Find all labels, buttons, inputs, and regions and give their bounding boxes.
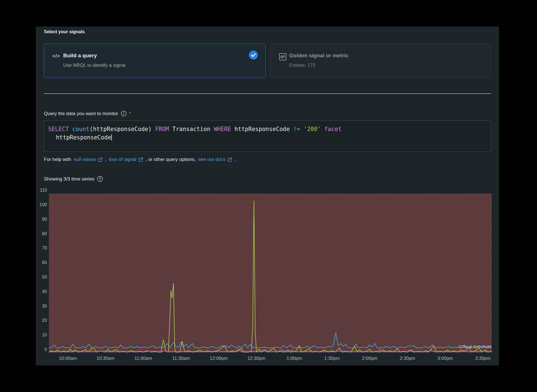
query-token: count [72,126,90,132]
y-axis-tick-label: 100 [39,202,47,207]
query-token: Transaction [169,126,214,132]
x-axis-tick-label: 10:30am [96,356,114,361]
query-token: WHERE [214,126,231,132]
y-axis-tick-label: 70 [42,246,47,250]
card-golden-signal-or-metric[interactable]: Golden signal or metric Entities: 173 [270,44,491,78]
query-label-row: Query the data you want to monitor * [44,111,131,117]
critical-threshold-label: Critical threshold [459,344,491,349]
query-token: '200' [303,126,321,132]
y-axis-tick-label: 30 [42,304,47,308]
x-axis-tick-label: 2:00pm [362,356,377,361]
query-token: httpResponseCode [56,134,111,141]
y-axis-tick-label: 50 [42,275,47,279]
external-link-icon [98,157,103,162]
null-values-link[interactable]: null values [74,157,103,162]
y-axis-tick-label: 80 [42,231,47,236]
selected-check-icon [249,51,258,60]
loss-of-signal-link[interactable]: loss of signal [109,157,143,162]
external-link-icon [138,157,143,162]
query-help-text: For help with null values , loss of sign… [44,157,236,162]
time-series-count-label: Showing 3/3 time series [44,176,94,182]
external-link-icon [227,157,232,162]
x-axis-tick-label: 1:00pm [286,356,302,361]
alert-signal-panel: Select your signals </> Build a query Us… [36,27,499,365]
nrql-query-editor[interactable]: SELECT count(httpResponseCode) FROM Tran… [44,120,491,152]
card-subtitle: Use NRQL to identify a signal [63,63,125,68]
time-series-chart[interactable]: 010203040506070809010011010:00am10:30am1… [36,187,499,365]
query-token: FROM [155,126,169,132]
section-divider [44,93,491,94]
query-token [69,126,72,132]
code-icon: </> [52,53,60,59]
x-axis-tick-label: 2:30pm [400,356,415,361]
x-axis-tick-label: 1:30pm [324,356,340,361]
y-axis-tick-label: 10 [42,332,47,337]
query-token [152,126,155,132]
card-subtitle: Entities: 173 [289,63,315,68]
query-token [321,126,324,132]
query-token: facet [324,126,341,132]
query-token: httpResponseCode [231,126,293,132]
query-token [300,126,303,132]
y-axis-tick-label: 90 [42,217,47,222]
x-axis-tick-label: 12:00pm [210,356,228,361]
x-axis-tick-label: 10:00am [59,356,77,361]
card-title: Golden signal or metric [289,53,348,59]
query-token: (httpResponseCode) [90,126,152,132]
required-asterisk: * [129,111,131,117]
query-label: Query the data you want to monitor [44,111,118,117]
info-icon[interactable] [121,111,127,117]
section-title: Select your signals [44,29,85,34]
text-cursor [111,134,112,141]
y-axis-tick-label: 0 [44,347,47,352]
card-build-a-query[interactable]: </> Build a query Use NRQL to identify a… [44,44,266,78]
query-token: SELECT [48,126,69,132]
query-token: != [293,126,300,132]
x-axis-tick-label: 12:30pm [248,356,265,361]
see-our-docs-link[interactable]: see our docs [198,157,232,162]
query-line-2: httpResponseCode [48,133,491,142]
y-axis-tick-label: 20 [42,318,47,323]
y-axis-tick-label: 40 [42,289,47,294]
x-axis-tick-label: 11:00am [135,356,152,361]
critical-threshold-region [49,194,492,351]
y-axis-tick-label: 110 [40,188,47,193]
card-title: Build a query [63,53,97,59]
x-axis-tick-label: 3:30pm [475,356,491,361]
x-axis-tick-label: 3:00pm [437,356,453,361]
line-chart-icon [279,53,287,62]
time-series-count-row: Showing 3/3 time series [44,176,103,182]
help-question-icon[interactable] [97,176,103,182]
x-axis-tick-label: 11:30am [172,356,190,361]
signal-type-cards: </> Build a query Use NRQL to identify a… [44,44,491,78]
query-line-1: SELECT count(httpResponseCode) FROM Tran… [48,125,491,133]
y-axis-tick-label: 60 [42,260,47,265]
